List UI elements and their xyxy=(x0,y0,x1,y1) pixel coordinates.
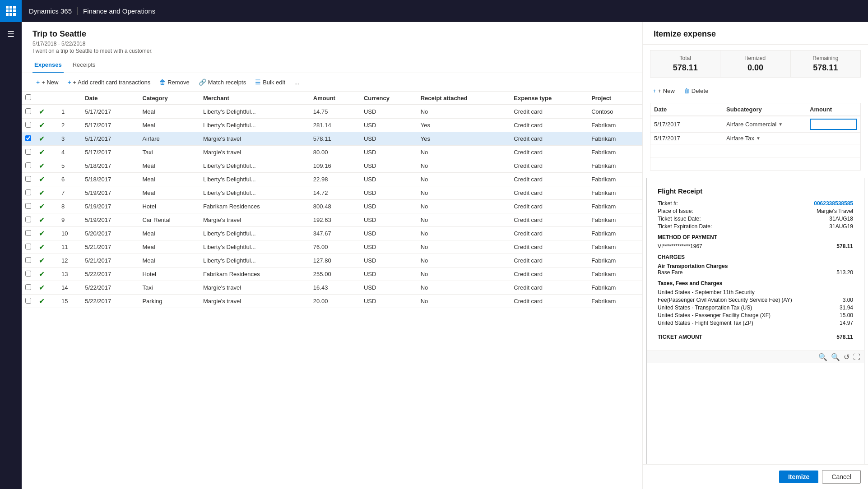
row-checkbox-cell[interactable] xyxy=(22,295,35,308)
itemize-subcategory-1[interactable]: Airfare Commercial ▼ xyxy=(723,119,806,130)
row-checkbox[interactable] xyxy=(25,244,31,249)
row-checkbox-cell[interactable] xyxy=(22,213,35,227)
row-checkbox-cell[interactable] xyxy=(22,281,35,295)
table-row[interactable]: ✔ 10 5/20/2017 Meal Liberty's Delightful… xyxy=(22,227,642,240)
row-checkbox-cell[interactable] xyxy=(22,186,35,200)
remove-button[interactable]: 🗑 Remove xyxy=(156,77,193,88)
panel-toolbar: + + New 🗑 Delete xyxy=(643,83,868,99)
col-merchant[interactable]: Merchant xyxy=(200,92,310,105)
row-checkbox[interactable] xyxy=(25,176,31,182)
add-credit-card-button[interactable]: + + Add credit card transactions xyxy=(64,77,154,88)
table-row[interactable]: ✔ 4 5/17/2017 Taxi Margie's travel 80.00… xyxy=(22,146,642,159)
row-amount: 109.16 xyxy=(310,159,360,173)
row-checkbox[interactable] xyxy=(25,230,31,236)
row-currency: USD xyxy=(360,186,417,200)
table-row[interactable]: ✔ 2 5/17/2017 Meal Liberty's Delightful.… xyxy=(22,119,642,132)
panel-footer: Itemize Cancel xyxy=(643,464,868,489)
cancel-button[interactable]: Cancel xyxy=(822,470,861,484)
row-checkbox-cell[interactable] xyxy=(22,119,35,132)
row-receipt: No xyxy=(417,159,511,173)
col-expense-type[interactable]: Expense type xyxy=(510,92,588,105)
table-row[interactable]: ✔ 8 5/19/2017 Hotel Fabrikam Residences … xyxy=(22,200,642,213)
row-amount: 255.00 xyxy=(310,268,360,281)
row-checkbox[interactable] xyxy=(25,284,31,290)
row-checkbox[interactable] xyxy=(25,217,31,222)
row-checkbox-cell[interactable] xyxy=(22,173,35,186)
itemize-subcategory-2[interactable]: Airfare Tax ▼ xyxy=(723,133,806,144)
row-checkbox-cell[interactable] xyxy=(22,227,35,240)
zoom-in-icon[interactable]: 🔍 xyxy=(818,353,827,361)
ticket-num-value[interactable]: 0062338538585 xyxy=(814,200,853,207)
row-amount: 192.63 xyxy=(310,213,360,227)
table-row[interactable]: ✔ 15 5/22/2017 Parking Margie's travel 2… xyxy=(22,295,642,308)
col-category[interactable]: Category xyxy=(139,92,199,105)
table-row[interactable]: ✔ 5 5/18/2017 Meal Liberty's Delightful.… xyxy=(22,159,642,173)
panel-delete-icon: 🗑 xyxy=(684,88,690,94)
row-category: Meal xyxy=(139,186,199,200)
row-checkbox[interactable] xyxy=(25,189,31,195)
table-row[interactable]: ✔ 11 5/21/2017 Meal Liberty's Delightful… xyxy=(22,240,642,254)
row-checkbox[interactable] xyxy=(25,162,31,168)
zoom-out-icon[interactable]: 🔍 xyxy=(831,353,840,361)
more-button[interactable]: ... xyxy=(291,77,303,88)
col-amount[interactable]: Amount xyxy=(310,92,360,105)
summary-remaining: Remaining 578.11 xyxy=(791,51,860,77)
table-row[interactable]: ✔ 9 5/19/2017 Car Rental Margie's travel… xyxy=(22,213,642,227)
row-checkbox[interactable] xyxy=(25,149,31,155)
tab-receipts[interactable]: Receipts xyxy=(71,58,97,73)
dynamics-label[interactable]: Dynamics 365 xyxy=(29,7,78,15)
row-checkbox-cell[interactable] xyxy=(22,146,35,159)
col-check xyxy=(22,92,35,105)
row-expense-type: Credit card xyxy=(510,200,588,213)
itemize-amount-1[interactable] xyxy=(806,116,860,132)
row-number: 2 xyxy=(58,119,81,132)
row-category: Meal xyxy=(139,173,199,186)
itemize-button[interactable]: Itemize xyxy=(779,471,818,483)
row-expense-type: Credit card xyxy=(510,105,588,119)
col-date[interactable]: Date xyxy=(81,92,139,105)
waffle-menu-button[interactable] xyxy=(0,0,22,22)
row-checkbox-cell[interactable] xyxy=(22,240,35,254)
row-checkbox[interactable] xyxy=(25,298,31,304)
row-checkbox[interactable] xyxy=(25,135,31,141)
row-checkbox[interactable] xyxy=(25,257,31,263)
panel-new-button[interactable]: + + New xyxy=(650,86,678,96)
table-row[interactable]: ✔ 13 5/22/2017 Hotel Fabrikam Residences… xyxy=(22,268,642,281)
row-project: Fabrikam xyxy=(588,146,642,159)
col-project[interactable]: Project xyxy=(588,92,642,105)
hamburger-icon[interactable]: ☰ xyxy=(4,26,18,43)
rotate-icon[interactable]: ↺ xyxy=(844,353,849,361)
row-checkbox-cell[interactable] xyxy=(22,254,35,268)
row-checkbox[interactable] xyxy=(25,271,31,277)
table-row[interactable]: ✔ 1 5/17/2017 Meal Liberty's Delightful.… xyxy=(22,105,642,119)
table-row[interactable]: ✔ 12 5/21/2017 Meal Liberty's Delightful… xyxy=(22,254,642,268)
col-currency[interactable]: Currency xyxy=(360,92,417,105)
row-checkbox[interactable] xyxy=(25,122,31,128)
row-checkbox-cell[interactable] xyxy=(22,200,35,213)
new-button[interactable]: + + New xyxy=(32,77,62,88)
table-row[interactable]: ✔ 7 5/19/2017 Meal Liberty's Delightful.… xyxy=(22,186,642,200)
row-checkbox-cell[interactable] xyxy=(22,159,35,173)
row-checkbox[interactable] xyxy=(25,108,31,114)
bulk-edit-icon: ☰ xyxy=(255,78,261,86)
total-value: 578.11 xyxy=(658,63,713,73)
table-row[interactable]: ✔ 6 5/18/2017 Meal Liberty's Delightful.… xyxy=(22,173,642,186)
row-checkbox-cell[interactable] xyxy=(22,105,35,119)
tax-row: United States - Passenger Facility Charg… xyxy=(658,312,853,318)
tab-expenses[interactable]: Expenses xyxy=(32,58,64,73)
col-receipt[interactable]: Receipt attached xyxy=(417,92,511,105)
table-row[interactable]: ✔ 14 5/22/2017 Taxi Margie's travel 16.4… xyxy=(22,281,642,295)
fullscreen-icon[interactable]: ⛶ xyxy=(853,353,860,361)
row-checkbox-cell[interactable] xyxy=(22,268,35,281)
match-receipts-button[interactable]: 🔗 Match receipts xyxy=(195,77,250,88)
page-header: Trip to Seattle 5/17/2018 - 5/22/2018 I … xyxy=(22,22,642,58)
select-all-checkbox[interactable] xyxy=(25,94,31,100)
row-checkbox-cell[interactable] xyxy=(22,132,35,146)
row-expense-type: Credit card xyxy=(510,119,588,132)
bulk-edit-button[interactable]: ☰ Bulk edit xyxy=(251,77,289,88)
row-status-cell: ✔ xyxy=(35,295,58,308)
panel-delete-button[interactable]: 🗑 Delete xyxy=(681,86,711,96)
amount-input-1[interactable] xyxy=(810,119,857,130)
row-checkbox[interactable] xyxy=(25,203,31,209)
table-row[interactable]: ✔ 3 5/17/2017 Airfare Margie's travel 57… xyxy=(22,132,642,146)
